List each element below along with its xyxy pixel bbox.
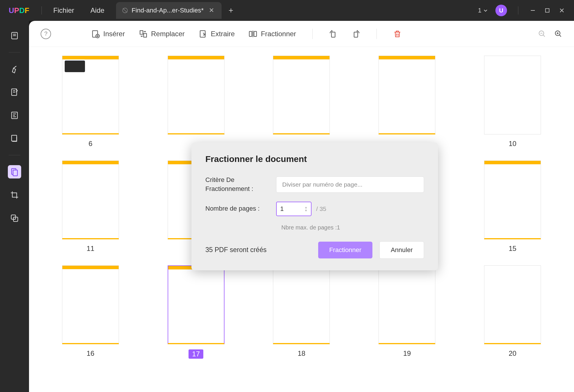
app-logo: UPDF	[0, 6, 38, 15]
pages-input[interactable]: 1 ▲▼	[276, 202, 312, 216]
page-number: 19	[403, 349, 411, 358]
separator	[312, 29, 313, 39]
left-sidebar	[0, 21, 29, 392]
insert-icon	[91, 30, 100, 38]
divider	[518, 6, 518, 14]
replace-icon	[139, 30, 148, 38]
zoom-out-button[interactable]	[538, 30, 546, 38]
sidebar-separator	[9, 52, 20, 52]
titlebar: UPDF Fichier Aide Find-and-Ap...er-Studi…	[0, 0, 574, 21]
new-tab-button[interactable]: +	[222, 6, 240, 15]
sidebar-highlight[interactable]	[8, 62, 21, 76]
maximize-button[interactable]	[544, 7, 551, 14]
help-button[interactable]: ?	[41, 29, 51, 39]
tab-title: Find-and-Ap...er-Studies*	[132, 7, 204, 14]
divider	[41, 6, 42, 14]
rotate-right-button[interactable]	[352, 30, 360, 38]
svg-rect-15	[249, 31, 252, 37]
dialog-title: Fractionner le document	[205, 154, 424, 164]
menu-help[interactable]: Aide	[82, 6, 113, 14]
document-tab[interactable]: Find-and-Ap...er-Studies* ✕	[116, 2, 222, 19]
page-thumb[interactable]: 6	[52, 56, 129, 148]
svg-rect-13	[144, 33, 146, 37]
svg-rect-5	[12, 135, 17, 141]
separator	[376, 29, 377, 39]
svg-rect-1	[546, 9, 549, 12]
page-number: 11	[87, 245, 95, 253]
tab-document-icon	[122, 7, 128, 14]
page-number: 16	[87, 349, 95, 358]
extract-label: Extraire	[211, 30, 235, 38]
page-number: 6	[88, 140, 92, 148]
max-pages-hint: Nbre max. de pages :1	[281, 224, 424, 231]
sidebar-edit[interactable]	[8, 85, 21, 99]
page-thumb[interactable]: 18	[263, 265, 340, 359]
extract-button[interactable]: Extraire	[199, 30, 235, 38]
extract-icon	[199, 30, 207, 38]
window-count-value: 1	[478, 7, 481, 14]
toolbar: ? Insérer Remplacer Extraire Fractionner	[29, 21, 574, 47]
pages-total: / 35	[316, 205, 326, 212]
pages-value: 1	[280, 205, 284, 213]
page-number: 18	[298, 349, 305, 358]
insert-label: Insérer	[103, 30, 125, 38]
page-thumb[interactable]: 10	[474, 56, 551, 148]
user-avatar[interactable]: U	[495, 5, 507, 16]
split-icon	[249, 30, 257, 38]
spinner-icon[interactable]: ▲▼	[305, 206, 307, 212]
sidebar-crop[interactable]	[8, 188, 21, 202]
chevron-down-icon	[483, 8, 488, 13]
page-thumb[interactable]: 17	[158, 265, 234, 359]
svg-rect-7	[13, 170, 17, 176]
criterion-label: Critère De Fractionnement :	[205, 176, 269, 194]
split-button[interactable]: Fractionner	[249, 30, 296, 38]
tab-close-icon[interactable]: ✕	[207, 7, 216, 14]
page-thumb[interactable]: 11	[52, 161, 129, 253]
split-label: Fractionner	[261, 30, 296, 38]
close-button[interactable]	[558, 7, 565, 14]
minimize-button[interactable]	[529, 7, 536, 14]
page-number: 15	[509, 245, 517, 253]
sidebar-reader[interactable]	[8, 29, 21, 42]
rotate-left-button[interactable]	[329, 30, 338, 38]
criterion-select[interactable]: Diviser par numéro de page...	[276, 176, 424, 193]
insert-button[interactable]: Insérer	[91, 30, 125, 38]
split-dialog: Fractionner le document Critère De Fract…	[191, 143, 438, 270]
sidebar-organize[interactable]	[8, 165, 21, 178]
dialog-status: 35 PDF seront créés	[205, 246, 267, 254]
page-thumb[interactable]: 19	[369, 265, 445, 359]
replace-button[interactable]: Remplacer	[139, 30, 185, 38]
svg-rect-17	[332, 32, 335, 37]
window-count[interactable]: 1	[478, 7, 488, 14]
cancel-button[interactable]: Annuler	[379, 241, 424, 259]
pages-label: Nombre de pages :	[205, 204, 269, 213]
page-number: 10	[509, 140, 517, 148]
sidebar-layers[interactable]	[8, 212, 21, 225]
delete-button[interactable]	[393, 30, 402, 38]
criterion-placeholder: Diviser par numéro de page...	[282, 181, 363, 188]
page-number-selected: 17	[189, 349, 203, 359]
page-thumb[interactable]	[263, 56, 340, 148]
sidebar-convert[interactable]	[8, 132, 21, 145]
zoom-in-button[interactable]	[554, 30, 562, 38]
replace-label: Remplacer	[151, 30, 185, 38]
page-number: 20	[509, 349, 517, 358]
svg-rect-16	[254, 31, 257, 37]
page-thumb[interactable]	[369, 56, 445, 148]
svg-rect-12	[140, 30, 143, 34]
page-thumb[interactable]	[158, 56, 234, 148]
confirm-button[interactable]: Fractionner	[318, 242, 372, 258]
sidebar-separator	[9, 155, 20, 155]
page-thumb[interactable]: 20	[474, 265, 551, 359]
menu-file[interactable]: Fichier	[45, 6, 82, 14]
page-thumb[interactable]: 16	[52, 265, 129, 359]
sidebar-form[interactable]	[8, 109, 21, 122]
content-panel: ? Insérer Remplacer Extraire Fractionner	[29, 21, 574, 392]
page-thumb[interactable]: 15	[474, 161, 551, 253]
svg-rect-18	[354, 32, 358, 37]
